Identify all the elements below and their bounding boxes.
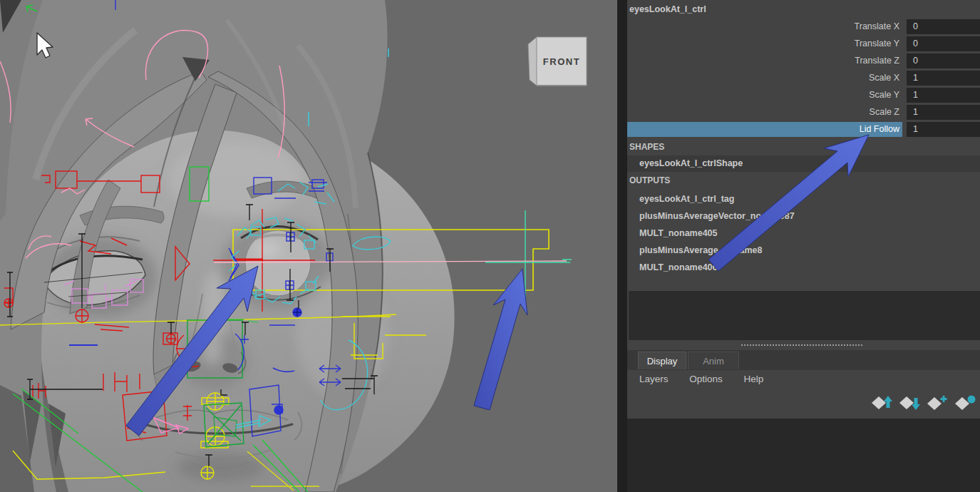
maya-window: FRONT eyesLookAt_l_ctrl Translate X 0 Tr…	[0, 0, 980, 492]
channel-attr-value-field[interactable]: 1	[907, 71, 980, 86]
channel-attr-label[interactable]: Translate Z	[627, 53, 902, 68]
splitter-dots-icon	[741, 344, 862, 346]
view-cube-label: FRONT	[543, 56, 580, 67]
channel-attr-label[interactable]: Scale X	[627, 71, 902, 86]
move-layer-down-button[interactable]	[898, 394, 921, 411]
channel-attr-row: Translate X 0	[627, 19, 980, 34]
layer-from-selected-icon	[954, 394, 976, 411]
channel-attr-label[interactable]: Translate X	[627, 19, 902, 34]
channel-attr-value-field[interactable]: 0	[907, 36, 980, 51]
create-empty-layer-button[interactable]	[926, 394, 949, 411]
channel-attr-value-field[interactable]: 1	[907, 105, 980, 120]
channel-attr-row: Translate Z 0	[627, 53, 980, 68]
view-cube-side-face	[528, 37, 537, 86]
channel-box-panel: eyesLookAt_l_ctrl Translate X 0 Translat…	[627, 0, 980, 492]
output-node-row[interactable]: plusMinusAverageVector_noname87	[639, 208, 795, 224]
menu-options[interactable]: Options	[689, 374, 723, 384]
channel-box-empty-area	[629, 291, 980, 340]
output-node-row[interactable]: eyesLookAt_l_ctrl_tag	[639, 191, 734, 207]
channel-attr-row: Scale Z 1	[627, 105, 980, 120]
output-node-row[interactable]: plusMinusAverage_noname8	[639, 242, 763, 258]
outputs-section-header: OUTPUTS	[629, 175, 670, 185]
channel-attr-label[interactable]: Scale Z	[627, 105, 902, 120]
channel-attr-row-selected: Lid Follow 1	[627, 122, 980, 137]
channel-attr-label[interactable]: Scale Y	[627, 88, 902, 103]
panel-divider[interactable]	[617, 0, 627, 492]
channel-attr-label-selected[interactable]: Lid Follow	[627, 122, 902, 137]
layer-up-icon	[870, 394, 893, 411]
layer-list-area	[627, 419, 980, 492]
tab-display[interactable]: Display	[638, 352, 686, 369]
move-layer-up-button[interactable]	[870, 394, 893, 411]
shape-node-row[interactable]: eyesLookAt_l_ctrlShape	[627, 155, 980, 172]
channel-attr-value-field[interactable]: 1	[907, 122, 980, 137]
layer-editor-body: Layers Options Help	[627, 370, 980, 492]
channel-attr-label[interactable]: Translate Y	[627, 36, 902, 51]
channel-attr-value-field[interactable]: 0	[907, 19, 980, 34]
layer-editor-menubar: Layers Options Help	[639, 374, 782, 384]
channel-attr-row: Translate Y 0	[627, 36, 980, 51]
output-node-row[interactable]: MULT_noname406	[639, 260, 718, 275]
layer-editor-buttons	[870, 394, 976, 411]
channel-attr-value-field[interactable]: 1	[907, 88, 980, 103]
channel-box-node-name[interactable]: eyesLookAt_l_ctrl	[629, 4, 706, 14]
create-layer-from-selected-button[interactable]	[954, 394, 976, 411]
view-cube[interactable]: FRONT	[528, 37, 587, 86]
panel-splitter-handle[interactable]	[627, 340, 980, 350]
menu-layers[interactable]: Layers	[639, 374, 669, 384]
layer-editor-tabstrip: Display Anim	[627, 350, 980, 370]
channel-attr-value-field[interactable]: 0	[907, 53, 980, 68]
viewport-3d[interactable]: FRONT	[0, 0, 617, 492]
channel-attr-row: Scale X 1	[627, 71, 980, 86]
layer-add-icon	[926, 394, 949, 411]
tab-anim[interactable]: Anim	[688, 352, 739, 369]
shapes-section-header: SHAPES	[629, 142, 664, 152]
output-node-row[interactable]: MULT_noname405	[639, 225, 718, 241]
layer-down-icon	[898, 394, 921, 411]
channel-attr-row: Scale Y 1	[627, 88, 980, 103]
menu-help[interactable]: Help	[744, 374, 764, 384]
